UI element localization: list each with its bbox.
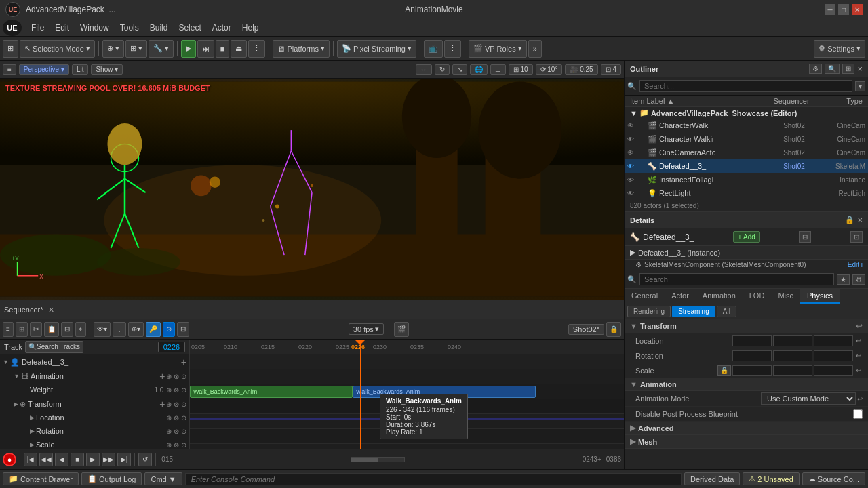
loc-options[interactable]: ⊕ ⊗ ⊙ <box>166 414 186 422</box>
minimize-button[interactable]: ─ <box>825 4 835 15</box>
console-input[interactable] <box>185 473 682 485</box>
play-reverse-button[interactable]: ◀ <box>55 453 68 466</box>
scale-options[interactable]: ⊕ ⊗ ⊙ <box>166 441 186 449</box>
source-control-button[interactable]: ☁ Source Co... <box>802 472 865 485</box>
unsaved-button[interactable]: ⚠ 2 Unsaved <box>743 472 800 485</box>
menu-edit[interactable]: Edit <box>50 22 75 34</box>
tab-physics[interactable]: Physics <box>800 289 840 304</box>
scale-z-input[interactable]: 1.0 <box>814 365 853 376</box>
location-y-input[interactable]: -5690 <box>773 336 812 346</box>
tab-lod[interactable]: LOD <box>743 289 772 304</box>
eject-button[interactable]: ⏏ <box>231 40 247 58</box>
show-button[interactable]: Show ▾ <box>91 64 123 75</box>
location-x-input[interactable]: -3080 <box>732 336 772 346</box>
angle-snap-button[interactable]: ⟳ 10° <box>536 64 563 75</box>
location-z-input[interactable]: 10.0 <box>814 336 853 346</box>
step-button[interactable]: ⏭ <box>197 40 214 58</box>
eye-icon-5[interactable]: 👁 <box>627 176 634 184</box>
scale-reset-button[interactable]: ↩ <box>854 365 863 376</box>
rot-options[interactable]: ⊕ ⊗ ⊙ <box>166 428 186 435</box>
fps-display[interactable]: 30 fps ▾ <box>349 323 384 335</box>
outliner-filter-button[interactable]: ⚙ <box>809 64 822 74</box>
outliner-search-button[interactable]: 🔍 <box>825 64 840 74</box>
lit-button[interactable]: Lit <box>72 64 89 75</box>
go-to-start-button[interactable]: |◀ <box>24 453 37 466</box>
tab-animation[interactable]: Animation <box>696 289 743 304</box>
component-options-button[interactable]: ⊟ <box>799 231 811 243</box>
seq-attach-button[interactable]: ⊟ <box>177 322 189 337</box>
transform-reset-button[interactable]: ↩ <box>856 321 863 331</box>
record-button[interactable]: ● <box>3 453 16 466</box>
derived-data-button[interactable]: Derived Data <box>684 472 740 485</box>
rot-expand-icon[interactable]: ▶ <box>30 428 35 434</box>
anim-options[interactable]: ⊕ ⊗ ⊙ <box>166 373 186 380</box>
rotate-button[interactable]: ↻ <box>435 64 450 75</box>
lock-scale-button[interactable]: 🔒 <box>717 365 731 376</box>
anim-mode-reset[interactable]: ↩ <box>857 392 863 405</box>
transform-options[interactable]: ⊕ ⊗ ⊙ <box>166 401 186 408</box>
eye-icon-3[interactable]: 👁 <box>627 149 634 157</box>
eye-icon-6[interactable]: 👁 <box>627 190 634 197</box>
anim-mode-select[interactable]: Use Custom Mode <box>761 392 856 405</box>
advanced-section-header[interactable]: ▶ Advanced <box>625 422 868 435</box>
outliner-cinecameraactc[interactable]: 👁 🎬 CineCameraActc Shot02 CineCam <box>625 146 868 159</box>
pixel-streaming-button[interactable]: 📡 Pixel Streaming ▾ <box>337 40 416 58</box>
transform-expand-icon[interactable]: ▶ <box>14 401 18 407</box>
track-add-transform[interactable]: + <box>159 399 165 409</box>
play-forward-button[interactable]: ▶ <box>86 453 100 466</box>
grid-snap-button[interactable]: ⊞▾ <box>125 40 147 58</box>
play-button[interactable]: ▶ <box>181 40 196 58</box>
menu-actor[interactable]: Actor <box>207 22 237 34</box>
tab-misc[interactable]: Misc <box>771 289 800 304</box>
instance-label-row[interactable]: ▶ Defeated__3_ (Instance) <box>625 246 868 260</box>
outliner-defeated3[interactable]: 👁 🦴 Defeated__3_ Shot02 SkeletalM <box>625 159 868 173</box>
output-log-button[interactable]: 📋 Output Log <box>81 472 142 485</box>
search-tracks-button[interactable]: 🔍 Search Tracks <box>25 341 83 353</box>
menu-help[interactable]: Help <box>237 22 264 34</box>
scale-button[interactable]: ⤡ <box>452 64 467 75</box>
track-add-animation[interactable]: + <box>159 371 165 382</box>
selection-mode-button[interactable]: ↖ Selection Mode ▾ <box>20 40 95 58</box>
outliner-instancedfoliage[interactable]: 👁 🌿 InstancedFoliagi Instance <box>625 173 868 186</box>
details-close-button[interactable]: × <box>857 215 863 225</box>
screen-button[interactable]: 📺 <box>424 40 443 58</box>
local-world-button[interactable]: 🌐 <box>470 64 488 75</box>
timeline[interactable]: 0205 0210 0215 0220 0225 0226 0230 0235 … <box>190 340 624 449</box>
scale-y-input[interactable]: 1.0 <box>773 365 812 376</box>
rotation-x-input[interactable]: 0.0° <box>732 350 772 361</box>
content-drawer-button[interactable]: 📁 Content Drawer <box>3 472 79 485</box>
track-add-button-1[interactable]: + <box>181 357 186 367</box>
expand-button[interactable]: » <box>528 40 542 58</box>
menu-tools[interactable]: Tools <box>115 22 144 34</box>
grid-size-button[interactable]: ⊞ 10 <box>509 64 533 75</box>
eye-icon-1[interactable]: 👁 <box>627 122 634 129</box>
eye-icon-2[interactable]: 👁 <box>627 136 634 143</box>
frame-counter[interactable]: 0226 <box>158 342 185 352</box>
details-settings-button[interactable]: ⚙ <box>852 274 865 285</box>
rotation-reset-button[interactable]: ↩ <box>854 350 863 361</box>
edit-button[interactable]: Edit i <box>848 261 863 268</box>
snap-surface-button[interactable]: ⊥ <box>490 64 506 75</box>
project-name[interactable]: AdvancedVillagePack_... <box>26 5 116 14</box>
scrub-bar[interactable] <box>351 457 405 462</box>
vp-roles-button[interactable]: 🎬 VP Roles ▾ <box>469 40 527 58</box>
disable-pp-checkbox[interactable] <box>853 409 863 419</box>
tools-button[interactable]: 🔧▾ <box>149 40 174 58</box>
subtab-rendering[interactable]: Rendering <box>627 306 671 317</box>
component-row[interactable]: ⚙ SkeletalMeshComponent (SkeletalMeshCom… <box>625 260 868 270</box>
close-button[interactable]: ✕ <box>852 4 863 15</box>
lock-details-icon[interactable]: 🔒 <box>845 216 854 224</box>
seq-keys-button[interactable]: ⌖ <box>75 322 86 337</box>
platforms-button[interactable]: 🖥 Platforms ▾ <box>273 40 329 58</box>
rotation-z-input[interactable]: -99.95 <box>814 350 853 361</box>
seq-lock-button[interactable]: 🔒 <box>606 322 621 337</box>
step-back-button[interactable]: ◀◀ <box>39 453 53 466</box>
seq-cut-button[interactable]: ✂ <box>30 322 42 337</box>
subtab-streaming[interactable]: Streaming <box>672 306 715 317</box>
step-forward-button[interactable]: ▶▶ <box>102 453 115 466</box>
clip-walk-1[interactable]: Walk_Backwards_Anim <box>190 386 353 398</box>
tab-actor[interactable]: Actor <box>665 289 696 304</box>
loop-button[interactable]: ↺ <box>138 453 152 466</box>
component-filter-button[interactable]: ⊡ <box>850 231 863 243</box>
outliner-filter-options[interactable]: ▾ <box>855 81 865 92</box>
